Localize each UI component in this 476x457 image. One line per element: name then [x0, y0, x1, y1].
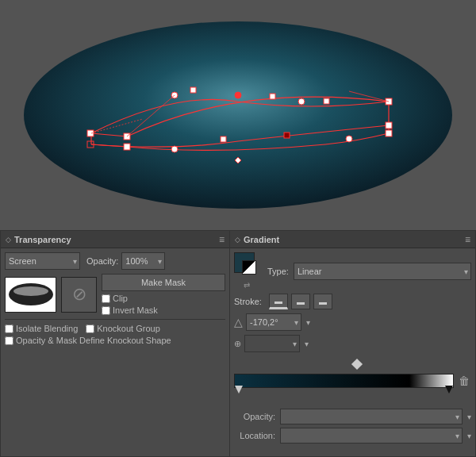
transparency-menu-icon[interactable]: ≡: [219, 234, 225, 245]
svg-point-28: [13, 286, 48, 296]
svg-rect-16: [270, 94, 275, 99]
svg-rect-20: [284, 132, 290, 138]
gradient-panel-body: ⇄ Type: Linear Radial Stroke: ▬ ▬ ▬: [230, 248, 475, 451]
angle-input[interactable]: [246, 313, 301, 331]
aspect-input-wrapper: [244, 335, 300, 352]
gradient-swap-icon[interactable]: ⇄: [244, 281, 250, 290]
gradient-opacity-input[interactable]: [280, 409, 463, 424]
stroke-label: Stroke:: [234, 297, 266, 306]
opacity-input[interactable]: [121, 252, 165, 270]
isolate-blending-checkbox[interactable]: [5, 325, 13, 333]
gradient-stops-top: [234, 356, 471, 372]
svg-point-21: [346, 136, 352, 142]
canvas-area: [0, 0, 476, 230]
artwork-svg: [16, 16, 460, 214]
gradient-panel-title: Gradient: [244, 235, 279, 244]
angle-dropdown-icon[interactable]: ▾: [306, 318, 310, 327]
gradient-location-label: Location:: [234, 431, 275, 440]
angle-row: △ ▾: [234, 313, 471, 331]
ellipse-container: [16, 16, 460, 214]
blend-mode-wrapper: Screen Normal Multiply: [5, 252, 80, 270]
angle-input-wrapper: [246, 313, 301, 331]
panels-row: ◇ Transparency ≡ Screen Normal Multiply …: [0, 230, 476, 457]
bottom-checkboxes: Isolate Blending Knockout Group Opacity …: [5, 324, 225, 345]
opacity-label: Opacity:: [86, 256, 118, 266]
panel-divider-1: [5, 319, 225, 320]
svg-rect-15: [190, 87, 196, 93]
delete-stop-button[interactable]: 🗑: [457, 374, 471, 387]
gradient-location-input-wrapper: [280, 428, 463, 444]
opacity-mask-item: Opacity & Mask Define Knockout Shape: [5, 336, 171, 345]
transparency-header-left: ◇ Transparency: [6, 235, 71, 244]
svg-rect-10: [386, 122, 392, 129]
mask-thumbnail: [5, 277, 56, 313]
type-select-wrapper: Linear Radial: [294, 263, 471, 280]
opacity-location-section: Opacity: ▾ Location: ▾: [234, 409, 471, 444]
gradient-opacity-row: Opacity: ▾: [234, 409, 471, 424]
stroke-btn-2[interactable]: ▬: [291, 294, 310, 309]
gradient-bar-section: 🗑: [234, 356, 471, 399]
angle-icon: △: [234, 316, 243, 328]
svg-point-0: [24, 21, 452, 209]
gradient-color-bar[interactable]: [234, 374, 454, 388]
gradient-opacity-label: Opacity:: [234, 412, 275, 421]
gradient-location-dropdown[interactable]: ▾: [467, 432, 471, 440]
gradient-panel-header: ◇ Gradient ≡: [230, 231, 475, 248]
gradient-collapse-icon[interactable]: ◇: [235, 236, 240, 244]
clip-checkbox[interactable]: [102, 294, 110, 303]
make-mask-button[interactable]: Make Mask: [102, 274, 225, 291]
check-row-1: Isolate Blending Knockout Group: [5, 324, 225, 333]
transparency-collapse-icon[interactable]: ◇: [6, 236, 11, 244]
svg-rect-17: [324, 98, 329, 104]
gradient-swatch-area: ⇄: [234, 252, 259, 290]
stroke-btn-1[interactable]: ▬: [269, 294, 288, 309]
isolate-blending-item: Isolate Blending: [5, 324, 78, 333]
gradient-panel: ◇ Gradient ≡ ⇄ Type:: [230, 230, 476, 457]
knockout-group-item: Knockout Group: [86, 324, 160, 333]
gradient-below-bar: [234, 390, 471, 399]
svg-rect-19: [221, 136, 226, 142]
opacity-mask-label: Opacity & Mask Define Knockout Shape: [16, 336, 171, 345]
transparency-panel: ◇ Transparency ≡ Screen Normal Multiply …: [0, 230, 230, 457]
type-select[interactable]: Linear Radial: [294, 263, 471, 280]
invert-mask-label: Invert Mask: [113, 305, 158, 315]
clip-label: Clip: [113, 294, 128, 303]
mask-thumb-svg: [7, 278, 55, 310]
svg-rect-5: [87, 130, 94, 136]
gradient-opacity-input-wrapper: [280, 409, 463, 424]
blend-mode-select[interactable]: Screen Normal Multiply: [5, 252, 80, 270]
opacity-mask-checkbox[interactable]: [5, 336, 13, 345]
gradient-header-left: ◇ Gradient: [235, 235, 279, 244]
aspect-input[interactable]: [244, 335, 300, 352]
gradient-location-row: Location: ▾: [234, 428, 471, 444]
invert-mask-row: Invert Mask: [102, 305, 225, 315]
gradient-bar-wrapper: 🗑: [234, 374, 471, 388]
no-symbol-icon: ⊘: [72, 284, 86, 305]
isolate-blending-label: Isolate Blending: [16, 324, 78, 333]
aspect-dropdown-icon[interactable]: ▾: [305, 340, 309, 348]
knockout-group-checkbox[interactable]: [86, 325, 94, 333]
opacity-input-wrapper: [121, 252, 165, 270]
gradient-midpoint-diamond[interactable]: [351, 359, 362, 370]
gradient-menu-icon[interactable]: ≡: [465, 234, 470, 245]
mode-opacity-row: Screen Normal Multiply Opacity:: [5, 252, 225, 270]
invert-mask-checkbox[interactable]: [102, 306, 110, 315]
gradient-swatch-stack: [234, 252, 259, 278]
gradient-opacity-dropdown[interactable]: ▾: [467, 413, 471, 421]
svg-point-14: [298, 98, 305, 105]
type-row: ⇄ Type: Linear Radial: [234, 252, 471, 290]
knockout-group-label: Knockout Group: [97, 324, 160, 333]
stroke-row: Stroke: ▬ ▬ ▬: [234, 294, 471, 309]
aspect-row: ⊕ ▾: [234, 335, 471, 352]
aspect-icon: ⊕: [234, 339, 241, 349]
transparency-panel-header: ◇ Transparency ≡: [1, 231, 229, 248]
gradient-front-swatch[interactable]: [242, 260, 256, 275]
stroke-btn-3[interactable]: ▬: [313, 294, 332, 309]
svg-rect-8: [124, 144, 130, 150]
transparency-panel-title: Transparency: [14, 235, 71, 244]
transparency-panel-body: Screen Normal Multiply Opacity:: [1, 248, 229, 349]
gradient-location-input[interactable]: [280, 428, 463, 444]
svg-point-13: [235, 92, 241, 98]
mask-buttons: Make Mask Clip Invert Mask: [102, 274, 225, 315]
type-label: Type:: [267, 267, 289, 276]
